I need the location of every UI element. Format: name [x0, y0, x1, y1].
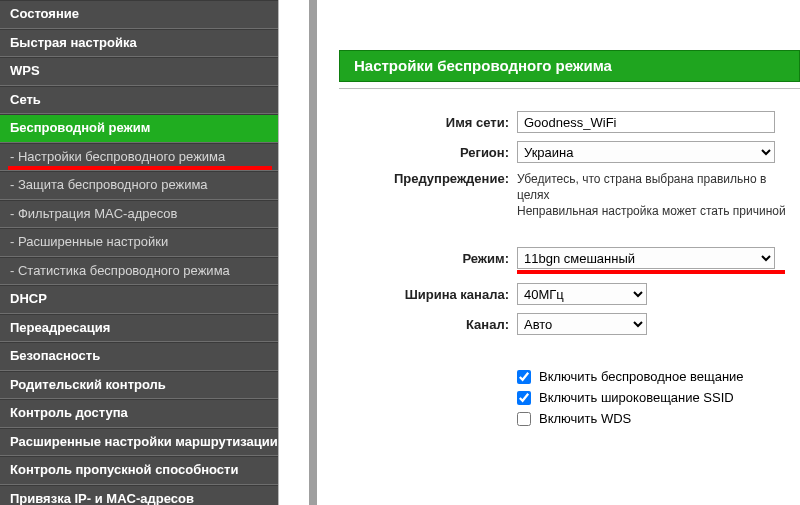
- row-warning: Предупреждение: Убедитесь, что страна вы…: [339, 171, 800, 219]
- label-enable-wds: Включить WDS: [539, 411, 631, 426]
- sidebar-item-bandwidth[interactable]: Контроль пропускной способности: [0, 456, 278, 485]
- checkbox-enable-wireless[interactable]: [517, 370, 531, 384]
- divider: [339, 88, 800, 89]
- row-region: Регион: Украина: [339, 141, 800, 163]
- sidebar-item-network[interactable]: Сеть: [0, 86, 278, 115]
- wireless-form: Имя сети: Регион: Украина Предупреждение…: [339, 111, 800, 426]
- sidebar-item-wireless-settings[interactable]: - Настройки беспроводного режима: [0, 143, 278, 172]
- row-enable-ssid-broadcast: Включить широковещание SSID: [517, 390, 800, 405]
- sidebar: Состояние Быстрая настройка WPS Сеть Бес…: [0, 0, 278, 505]
- sidebar-item-ip-mac-bind[interactable]: Привязка IP- и MAC-адресов: [0, 485, 278, 506]
- sidebar-item-parental[interactable]: Родительский контроль: [0, 371, 278, 400]
- label-channel: Канал:: [339, 317, 517, 332]
- sidebar-item-wps[interactable]: WPS: [0, 57, 278, 86]
- page-title: Настройки беспроводного режима: [339, 50, 800, 82]
- main-content: Настройки беспроводного режима Имя сети:…: [317, 0, 800, 505]
- row-ssid: Имя сети:: [339, 111, 800, 133]
- label-ssid: Имя сети:: [339, 115, 517, 130]
- row-enable-wireless: Включить беспроводное вещание: [517, 369, 800, 384]
- sidebar-item-status[interactable]: Состояние: [0, 0, 278, 29]
- select-region[interactable]: Украина: [517, 141, 775, 163]
- sidebar-item-mac-filter[interactable]: - Фильтрация MAC-адресов: [0, 200, 278, 229]
- select-channel-width[interactable]: 40МГц: [517, 283, 647, 305]
- sidebar-item-wireless-stats[interactable]: - Статистика беспроводного режима: [0, 257, 278, 286]
- label-width: Ширина канала:: [339, 287, 517, 302]
- sidebar-item-access-ctrl[interactable]: Контроль доступа: [0, 399, 278, 428]
- sidebar-item-forwarding[interactable]: Переадресация: [0, 314, 278, 343]
- row-mode: Режим: 11bgn смешанный: [339, 247, 800, 269]
- checkbox-enable-ssid-broadcast[interactable]: [517, 391, 531, 405]
- sidebar-item-dhcp[interactable]: DHCP: [0, 285, 278, 314]
- sidebar-item-wireless-advanced[interactable]: - Расширенные настройки: [0, 228, 278, 257]
- sidebar-item-quick-setup[interactable]: Быстрая настройка: [0, 29, 278, 58]
- gutter: [278, 0, 317, 505]
- sidebar-item-routing[interactable]: Расширенные настройки маршрутизации: [0, 428, 278, 457]
- row-enable-wds: Включить WDS: [517, 411, 800, 426]
- label-mode: Режим:: [339, 251, 517, 266]
- row-width: Ширина канала: 40МГц: [339, 283, 800, 305]
- warning-text-2: Неправильная настройка может стать причи…: [517, 203, 800, 219]
- input-ssid[interactable]: [517, 111, 775, 133]
- row-channel: Канал: Авто: [339, 313, 800, 335]
- label-region: Регион:: [339, 145, 517, 160]
- label-enable-ssid-broadcast: Включить широковещание SSID: [539, 390, 734, 405]
- select-mode[interactable]: 11bgn смешанный: [517, 247, 775, 269]
- sidebar-item-wireless-security[interactable]: - Защита беспроводного режима: [0, 171, 278, 200]
- sidebar-item-wireless[interactable]: Беспроводной режим: [0, 114, 278, 143]
- warning-text-1: Убедитесь, что страна выбрана правильно …: [517, 171, 800, 203]
- checkbox-enable-wds[interactable]: [517, 412, 531, 426]
- select-channel[interactable]: Авто: [517, 313, 647, 335]
- sidebar-item-security[interactable]: Безопасность: [0, 342, 278, 371]
- label-enable-wireless: Включить беспроводное вещание: [539, 369, 744, 384]
- label-warning: Предупреждение:: [339, 171, 517, 186]
- app-root: Состояние Быстрая настройка WPS Сеть Бес…: [0, 0, 800, 505]
